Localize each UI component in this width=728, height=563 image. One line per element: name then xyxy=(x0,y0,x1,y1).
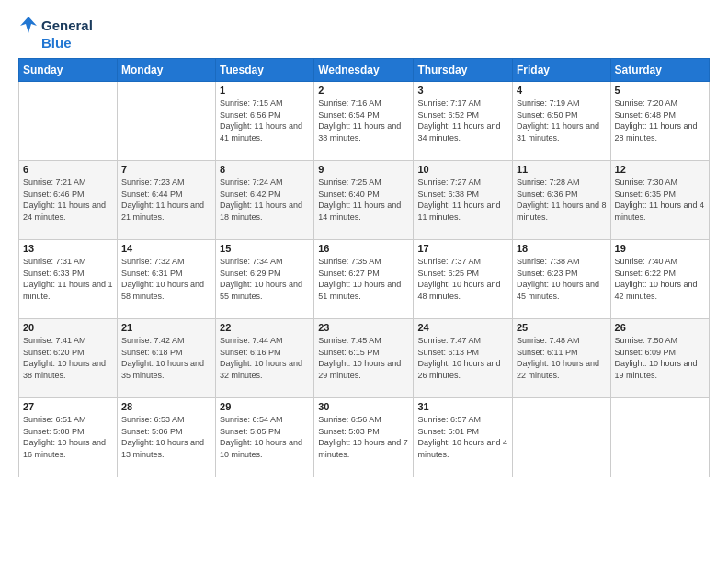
day-header-friday: Friday xyxy=(512,59,610,82)
day-number: 20 xyxy=(23,322,113,333)
calendar-cell: 6Sunrise: 7:21 AMSunset: 6:46 PMDaylight… xyxy=(19,161,118,240)
day-info: Sunrise: 7:25 AMSunset: 6:40 PMDaylight:… xyxy=(318,177,409,223)
calendar-cell: 22Sunrise: 7:44 AMSunset: 6:16 PMDayligh… xyxy=(216,319,314,398)
day-info: Sunrise: 7:30 AMSunset: 6:35 PMDaylight:… xyxy=(615,177,705,223)
day-number: 5 xyxy=(615,85,705,96)
day-number: 24 xyxy=(417,322,508,333)
calendar-cell xyxy=(512,398,610,477)
page-header: General Blue xyxy=(18,15,710,51)
calendar-cell: 25Sunrise: 7:48 AMSunset: 6:11 PMDayligh… xyxy=(512,319,610,398)
calendar-cell: 9Sunrise: 7:25 AMSunset: 6:40 PMDaylight… xyxy=(314,161,414,240)
day-number: 21 xyxy=(121,322,211,333)
day-info: Sunrise: 7:40 AMSunset: 6:22 PMDaylight:… xyxy=(615,256,705,302)
day-number: 4 xyxy=(517,85,607,96)
day-info: Sunrise: 7:44 AMSunset: 6:16 PMDaylight:… xyxy=(220,335,310,381)
day-number: 7 xyxy=(121,164,211,175)
calendar-cell: 28Sunrise: 6:53 AMSunset: 5:06 PMDayligh… xyxy=(117,398,215,477)
day-info: Sunrise: 7:38 AMSunset: 6:23 PMDaylight:… xyxy=(517,256,607,302)
calendar-cell: 13Sunrise: 7:31 AMSunset: 6:33 PMDayligh… xyxy=(19,240,118,319)
day-info: Sunrise: 7:27 AMSunset: 6:38 PMDaylight:… xyxy=(417,177,508,223)
day-number: 14 xyxy=(121,243,211,254)
day-number: 10 xyxy=(417,164,508,175)
calendar-header-row: SundayMondayTuesdayWednesdayThursdayFrid… xyxy=(19,59,710,82)
calendar-cell: 14Sunrise: 7:32 AMSunset: 6:31 PMDayligh… xyxy=(117,240,215,319)
calendar-cell: 11Sunrise: 7:28 AMSunset: 6:36 PMDayligh… xyxy=(512,161,610,240)
calendar-cell: 21Sunrise: 7:42 AMSunset: 6:18 PMDayligh… xyxy=(117,319,215,398)
calendar-cell: 10Sunrise: 7:27 AMSunset: 6:38 PMDayligh… xyxy=(414,161,513,240)
calendar-cell xyxy=(610,398,709,477)
calendar-cell: 24Sunrise: 7:47 AMSunset: 6:13 PMDayligh… xyxy=(414,319,513,398)
day-number: 6 xyxy=(23,164,113,175)
day-number: 3 xyxy=(417,85,508,96)
day-info: Sunrise: 6:54 AMSunset: 5:05 PMDaylight:… xyxy=(220,414,310,460)
calendar-week-2: 13Sunrise: 7:31 AMSunset: 6:33 PMDayligh… xyxy=(19,240,710,319)
calendar-table: SundayMondayTuesdayWednesdayThursdayFrid… xyxy=(18,58,710,477)
day-info: Sunrise: 7:31 AMSunset: 6:33 PMDaylight:… xyxy=(23,256,113,302)
calendar-cell: 5Sunrise: 7:20 AMSunset: 6:48 PMDaylight… xyxy=(610,82,709,161)
calendar-cell: 3Sunrise: 7:17 AMSunset: 6:52 PMDaylight… xyxy=(414,82,513,161)
logo: General xyxy=(18,15,93,35)
calendar-cell: 18Sunrise: 7:38 AMSunset: 6:23 PMDayligh… xyxy=(512,240,610,319)
calendar-cell: 27Sunrise: 6:51 AMSunset: 5:08 PMDayligh… xyxy=(19,398,118,477)
day-info: Sunrise: 7:41 AMSunset: 6:20 PMDaylight:… xyxy=(23,335,113,381)
calendar-cell: 7Sunrise: 7:23 AMSunset: 6:44 PMDaylight… xyxy=(117,161,215,240)
day-info: Sunrise: 7:48 AMSunset: 6:11 PMDaylight:… xyxy=(517,335,607,381)
day-info: Sunrise: 7:45 AMSunset: 6:15 PMDaylight:… xyxy=(318,335,409,381)
day-number: 30 xyxy=(318,401,409,412)
calendar-cell: 31Sunrise: 6:57 AMSunset: 5:01 PMDayligh… xyxy=(414,398,513,477)
day-info: Sunrise: 6:56 AMSunset: 5:03 PMDaylight:… xyxy=(318,414,409,460)
day-number: 29 xyxy=(220,401,310,412)
day-header-sunday: Sunday xyxy=(19,59,118,82)
day-number: 2 xyxy=(318,85,409,96)
day-number: 25 xyxy=(517,322,607,333)
day-number: 27 xyxy=(23,401,113,412)
calendar-cell: 15Sunrise: 7:34 AMSunset: 6:29 PMDayligh… xyxy=(216,240,314,319)
calendar-week-1: 6Sunrise: 7:21 AMSunset: 6:46 PMDaylight… xyxy=(19,161,710,240)
calendar-cell: 8Sunrise: 7:24 AMSunset: 6:42 PMDaylight… xyxy=(216,161,314,240)
calendar-cell: 1Sunrise: 7:15 AMSunset: 6:56 PMDaylight… xyxy=(216,82,314,161)
day-info: Sunrise: 7:24 AMSunset: 6:42 PMDaylight:… xyxy=(220,177,310,223)
day-number: 12 xyxy=(615,164,705,175)
day-header-saturday: Saturday xyxy=(610,59,709,82)
day-number: 9 xyxy=(318,164,409,175)
day-info: Sunrise: 6:51 AMSunset: 5:08 PMDaylight:… xyxy=(23,414,113,460)
logo-text-blue: Blue xyxy=(41,35,72,51)
day-info: Sunrise: 7:23 AMSunset: 6:44 PMDaylight:… xyxy=(121,177,211,223)
day-info: Sunrise: 7:21 AMSunset: 6:46 PMDaylight:… xyxy=(23,177,113,223)
day-info: Sunrise: 7:20 AMSunset: 6:48 PMDaylight:… xyxy=(615,98,705,144)
day-number: 23 xyxy=(318,322,409,333)
day-info: Sunrise: 7:34 AMSunset: 6:29 PMDaylight:… xyxy=(220,256,310,302)
day-info: Sunrise: 7:17 AMSunset: 6:52 PMDaylight:… xyxy=(417,98,508,144)
calendar-cell: 17Sunrise: 7:37 AMSunset: 6:25 PMDayligh… xyxy=(414,240,513,319)
day-number: 18 xyxy=(517,243,607,254)
calendar-cell: 4Sunrise: 7:19 AMSunset: 6:50 PMDaylight… xyxy=(512,82,610,161)
day-info: Sunrise: 6:57 AMSunset: 5:01 PMDaylight:… xyxy=(417,414,508,460)
day-info: Sunrise: 7:16 AMSunset: 6:54 PMDaylight:… xyxy=(318,98,409,144)
logo-text-general: General xyxy=(41,17,93,33)
day-number: 15 xyxy=(220,243,310,254)
day-number: 17 xyxy=(417,243,508,254)
day-number: 16 xyxy=(318,243,409,254)
calendar-week-0: 1Sunrise: 7:15 AMSunset: 6:56 PMDaylight… xyxy=(19,82,710,161)
day-number: 22 xyxy=(220,322,310,333)
calendar-cell: 23Sunrise: 7:45 AMSunset: 6:15 PMDayligh… xyxy=(314,319,414,398)
day-info: Sunrise: 7:37 AMSunset: 6:25 PMDaylight:… xyxy=(417,256,508,302)
day-number: 28 xyxy=(121,401,211,412)
calendar-cell: 26Sunrise: 7:50 AMSunset: 6:09 PMDayligh… xyxy=(610,319,709,398)
calendar-cell: 19Sunrise: 7:40 AMSunset: 6:22 PMDayligh… xyxy=(610,240,709,319)
calendar-cell: 20Sunrise: 7:41 AMSunset: 6:20 PMDayligh… xyxy=(19,319,118,398)
day-number: 31 xyxy=(417,401,508,412)
day-info: Sunrise: 7:32 AMSunset: 6:31 PMDaylight:… xyxy=(121,256,211,302)
day-info: Sunrise: 7:35 AMSunset: 6:27 PMDaylight:… xyxy=(318,256,409,302)
calendar-cell xyxy=(19,82,118,161)
calendar-week-3: 20Sunrise: 7:41 AMSunset: 6:20 PMDayligh… xyxy=(19,319,710,398)
day-info: Sunrise: 7:42 AMSunset: 6:18 PMDaylight:… xyxy=(121,335,211,381)
day-number: 13 xyxy=(23,243,113,254)
day-number: 19 xyxy=(615,243,705,254)
logo-bird-icon xyxy=(18,15,39,35)
day-header-thursday: Thursday xyxy=(414,59,513,82)
day-info: Sunrise: 7:28 AMSunset: 6:36 PMDaylight:… xyxy=(517,177,607,223)
svg-marker-0 xyxy=(20,17,37,33)
day-info: Sunrise: 7:47 AMSunset: 6:13 PMDaylight:… xyxy=(417,335,508,381)
day-number: 8 xyxy=(220,164,310,175)
